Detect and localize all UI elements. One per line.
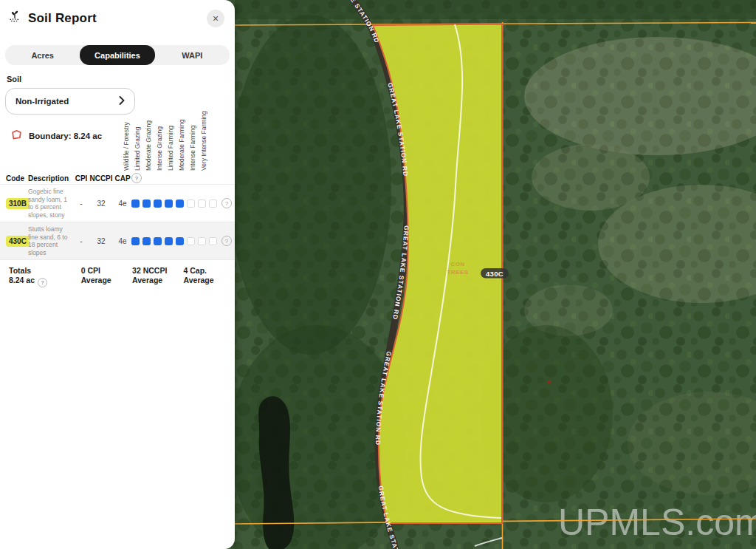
pond — [258, 396, 294, 549]
soil-type-select[interactable]: Non-Irrigated — [5, 88, 135, 115]
map-speck — [548, 381, 551, 384]
row-help-icon[interactable]: ? — [221, 236, 232, 246]
soil-description: Gogebic fine sandy loam, 1 to 6 percent … — [28, 185, 74, 222]
capability-column-label: Moderate Farming — [178, 120, 185, 171]
totals-average: 4 Cap.Average — [184, 266, 235, 287]
cap-value: 4e — [114, 200, 131, 208]
rating-square — [198, 237, 206, 245]
soil-report-screen: UPMLS.com GREAT LAKE STATION RD GREAT LA… — [0, 0, 756, 549]
col-cpi: CPI — [74, 174, 89, 183]
col-description: Description — [28, 174, 74, 183]
capability-column-label: Intense Grazing — [156, 126, 163, 171]
tab-bar: AcresCapabilitiesWAPI — [5, 45, 230, 65]
capabilities-help-icon[interactable]: ? — [131, 173, 142, 183]
watermark: UPMLS.com — [558, 502, 756, 543]
rating-square — [187, 200, 195, 208]
boundary-and-headers: Boundary: 8.24 ac Wildlife / ForestryLim… — [0, 115, 235, 172]
row-help-icon[interactable]: ? — [221, 198, 232, 208]
rating-square — [165, 237, 173, 245]
soil-table-body: 310BGogebic fine sandy loam, 1 to 6 perc… — [0, 185, 235, 260]
svg-text:CON: CON — [450, 261, 464, 267]
rating-square — [187, 237, 195, 245]
soil-description: Stutts loamy fine sand, 6 to 18 percent … — [28, 222, 74, 259]
rating-square — [165, 200, 173, 208]
capability-column-label: Intense Farming — [189, 126, 196, 171]
close-button[interactable]: × — [207, 10, 224, 27]
rating-square — [209, 237, 217, 245]
capability-rating — [131, 200, 221, 208]
rating-square — [154, 237, 162, 245]
rating-square — [209, 200, 217, 208]
soil-type-value: Non-Irrigated — [16, 97, 69, 106]
capability-column-label: Limited Grazing — [134, 126, 141, 171]
rating-square — [131, 200, 140, 208]
soil-section-label: Soil — [7, 75, 235, 83]
panel-header: Soil Report × — [0, 0, 235, 27]
capability-column-label: Limited Farming — [167, 126, 174, 171]
rating-square — [176, 200, 184, 208]
rating-square — [176, 237, 184, 245]
chevron-right-icon — [119, 96, 125, 106]
soil-code-badge: 430C — [6, 236, 30, 247]
table-row: 310BGogebic fine sandy loam, 1 to 6 perc… — [0, 185, 235, 222]
rating-square — [142, 200, 151, 208]
soil-report-panel: Soil Report × AcresCapabilitiesWAPI Soil… — [0, 0, 235, 549]
rating-square — [142, 237, 151, 245]
rating-square — [131, 237, 140, 245]
tab-acres[interactable]: Acres — [5, 45, 80, 65]
totals-label: Totals — [9, 266, 31, 275]
capability-column-label: Very Intense Farming — [200, 111, 207, 171]
col-code: Code — [6, 174, 28, 183]
cap-value: 4e — [114, 237, 131, 245]
totals-row: Totals 8.24 ac? 0 CPIAverage32 NCCPIAver… — [0, 266, 235, 287]
soil-plant-icon — [7, 10, 22, 27]
close-icon: × — [213, 13, 219, 24]
totals-help-icon[interactable]: ? — [38, 278, 47, 287]
totals-acres-value: 8.24 ac — [9, 276, 35, 284]
nccpi-value: 32 — [89, 237, 114, 245]
boundary-label: Boundary: 8.24 ac — [29, 132, 102, 140]
capability-column-label: Wildlife / Forestry — [123, 122, 130, 171]
totals-acres: Totals 8.24 ac? — [9, 266, 81, 287]
col-cap: CAP — [114, 174, 131, 183]
table-header-row: Code Description CPI NCCPI CAP ? — [0, 172, 235, 185]
tab-wapi[interactable]: WAPI — [155, 45, 230, 65]
totals-average: 32 NCCPIAverage — [132, 266, 183, 287]
tab-capabilities[interactable]: Capabilities — [80, 45, 154, 65]
col-nccpi: NCCPI — [89, 174, 114, 183]
boundary-polygon-icon — [10, 129, 23, 142]
svg-text:TREES: TREES — [447, 269, 468, 276]
boundary-row: Boundary: 8.24 ac — [10, 129, 102, 142]
capability-column-label: Moderate Grazing — [145, 120, 152, 171]
soil-code-badge: 310B — [6, 198, 30, 209]
page-title: Soil Report — [28, 11, 201, 26]
capability-rating — [131, 237, 221, 245]
soil-code-map-label: 430C — [481, 268, 509, 279]
nccpi-value: 32 — [89, 200, 114, 208]
svg-text:430C: 430C — [486, 270, 504, 278]
table-row: 430CStutts loamy fine sand, 6 to 18 perc… — [0, 222, 235, 260]
rating-square — [198, 200, 206, 208]
rating-square — [154, 200, 162, 208]
cpi-value: - — [74, 237, 89, 245]
cpi-value: - — [74, 200, 89, 208]
totals-average: 0 CPIAverage — [81, 266, 132, 287]
